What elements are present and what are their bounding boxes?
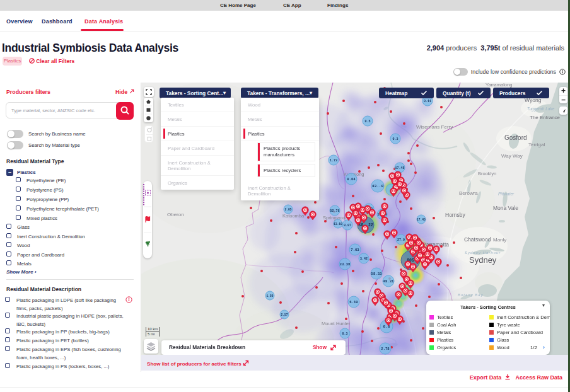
- svg-text:2.78: 2.78: [381, 347, 390, 351]
- svg-text:13.18: 13.18: [334, 222, 342, 226]
- svg-text:33.38: 33.38: [340, 262, 351, 267]
- svg-text:0.5: 0.5: [364, 120, 370, 124]
- svg-text:Manly: Manly: [493, 237, 506, 243]
- svg-text:Pittwater: Pittwater: [498, 192, 515, 196]
- svg-text:Brooklyn: Brooklyn: [478, 171, 496, 176]
- svg-text:3.42: 3.42: [360, 257, 368, 261]
- svg-text:2.57: 2.57: [281, 313, 288, 316]
- svg-text:Hornsby: Hornsby: [445, 212, 465, 218]
- svg-text:Katoomba: Katoomba: [282, 213, 305, 219]
- svg-text:The Entrance: The Entrance: [530, 115, 561, 120]
- svg-text:0.64: 0.64: [347, 177, 356, 182]
- svg-text:Sydney Harbour: Sydney Harbour: [465, 251, 501, 255]
- svg-text:Yarramalong: Yarramalong: [486, 83, 512, 88]
- svg-text:Terrigal: Terrigal: [528, 142, 545, 147]
- svg-text:6.19: 6.19: [349, 300, 358, 304]
- svg-text:0.3: 0.3: [392, 137, 398, 141]
- svg-text:Wisemans Ferry: Wisemans Ferry: [416, 124, 453, 130]
- svg-text:Berowra: Berowra: [459, 190, 478, 196]
- svg-text:52.78: 52.78: [330, 209, 339, 213]
- svg-text:43..8: 43..8: [372, 184, 384, 188]
- svg-text:0.3: 0.3: [342, 332, 347, 336]
- svg-text:1.73: 1.73: [330, 159, 337, 163]
- svg-text:9.87: 9.87: [344, 224, 351, 228]
- svg-text:27.9: 27.9: [397, 238, 405, 242]
- svg-text:17.45: 17.45: [395, 166, 404, 170]
- svg-text:2.05: 2.05: [284, 208, 291, 211]
- svg-text:1.55: 1.55: [266, 294, 273, 297]
- svg-text:0.11: 0.11: [424, 100, 431, 103]
- svg-text:48.31: 48.31: [383, 279, 394, 284]
- svg-text:Mona Vale: Mona Vale: [493, 205, 518, 211]
- svg-text:6.6: 6.6: [383, 325, 390, 329]
- svg-text:Way Way: Way Way: [501, 153, 523, 159]
- svg-text:17.45: 17.45: [417, 218, 426, 221]
- svg-text:Oberon: Oberon: [167, 212, 184, 217]
- svg-text:Tuggerah Lake: Tuggerah Lake: [527, 107, 555, 112]
- svg-text:58.33: 58.33: [371, 272, 382, 276]
- svg-text:Gosford: Gosford: [504, 134, 527, 141]
- svg-text:Sydney: Sydney: [469, 255, 497, 265]
- svg-text:Chatswood: Chatswood: [464, 236, 491, 243]
- svg-text:7.63: 7.63: [351, 248, 359, 252]
- svg-text:Botany Bay: Botany Bay: [458, 293, 484, 297]
- svg-text:Mount Hunter: Mount Hunter: [322, 321, 351, 326]
